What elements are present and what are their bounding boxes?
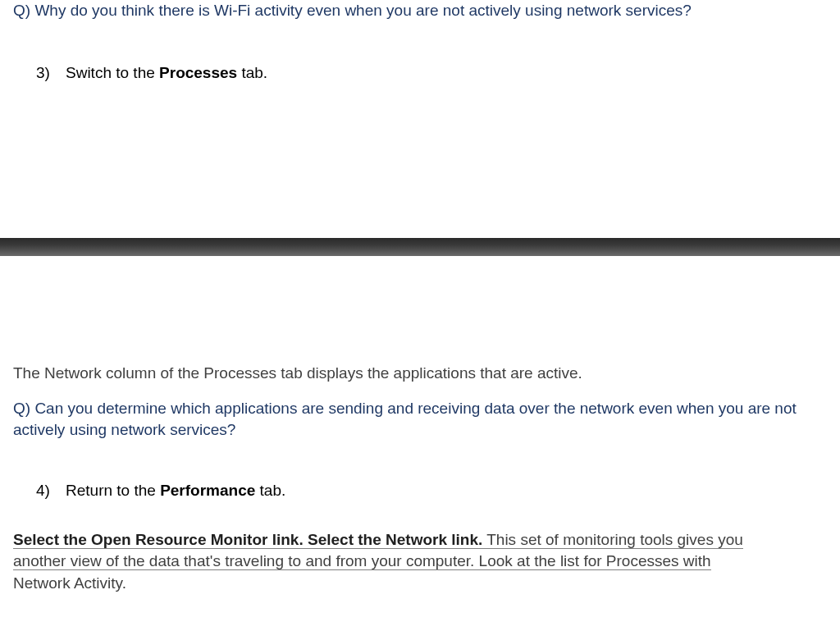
step-3-number: 3) bbox=[36, 64, 66, 82]
final-bold-e: link. bbox=[447, 531, 482, 548]
question-2: Q) Can you determine which applications … bbox=[13, 398, 827, 440]
question-1: Q) Why do you think there is Wi-Fi activ… bbox=[13, 0, 827, 21]
page-divider bbox=[0, 238, 840, 256]
final-paragraph: Select the Open Resource Monitor link. S… bbox=[13, 529, 827, 595]
final-bold-a: Select the bbox=[13, 531, 91, 548]
final-rest-1: This set of monitoring tools gives you bbox=[482, 531, 743, 548]
step-4-prefix: Return to the bbox=[66, 482, 160, 499]
step-3: 3) Switch to the Processes tab. bbox=[36, 64, 827, 82]
step-3-text: Switch to the Processes tab. bbox=[66, 64, 267, 82]
final-bold-b: Open Resource Monitor bbox=[91, 531, 267, 548]
final-bold-d: Network bbox=[386, 531, 447, 548]
step-4-text: Return to the Performance tab. bbox=[66, 482, 285, 500]
step-3-bold: Processes bbox=[159, 64, 237, 81]
final-line-3: Network Activity. bbox=[13, 574, 126, 592]
step-4: 4) Return to the Performance tab. bbox=[36, 482, 827, 500]
step-4-number: 4) bbox=[36, 482, 66, 500]
final-line-1: Select the Open Resource Monitor link. S… bbox=[13, 531, 743, 549]
step-3-suffix: tab. bbox=[237, 64, 267, 81]
body-paragraph-1: The Network column of the Processes tab … bbox=[13, 363, 827, 384]
step-3-prefix: Switch to the bbox=[66, 64, 159, 81]
final-line-2: another view of the data that's travelin… bbox=[13, 552, 711, 570]
step-4-suffix: tab. bbox=[255, 482, 285, 499]
final-bold-c: link. Select the bbox=[267, 531, 386, 548]
step-4-bold: Performance bbox=[160, 482, 255, 499]
